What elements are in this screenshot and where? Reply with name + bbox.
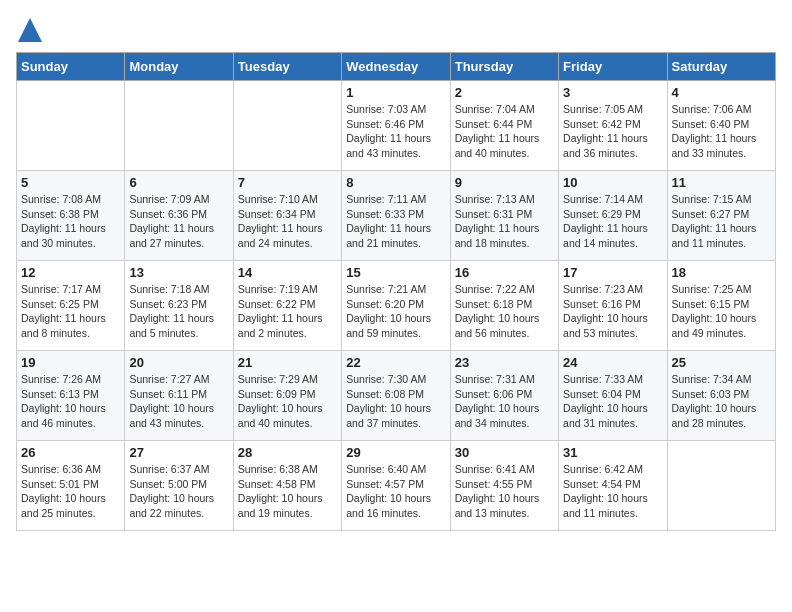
calendar-week-row: 12Sunrise: 7:17 AM Sunset: 6:25 PM Dayli… [17,261,776,351]
calendar-cell: 23Sunrise: 7:31 AM Sunset: 6:06 PM Dayli… [450,351,558,441]
calendar-cell: 20Sunrise: 7:27 AM Sunset: 6:11 PM Dayli… [125,351,233,441]
calendar-cell [125,81,233,171]
calendar-cell [233,81,341,171]
calendar-cell: 10Sunrise: 7:14 AM Sunset: 6:29 PM Dayli… [559,171,667,261]
day-number: 31 [563,445,662,460]
svg-marker-0 [18,18,42,42]
day-info: Sunrise: 7:14 AM Sunset: 6:29 PM Dayligh… [563,192,662,251]
calendar-cell: 22Sunrise: 7:30 AM Sunset: 6:08 PM Dayli… [342,351,450,441]
day-number: 6 [129,175,228,190]
calendar-cell: 13Sunrise: 7:18 AM Sunset: 6:23 PM Dayli… [125,261,233,351]
calendar-cell [17,81,125,171]
day-info: Sunrise: 7:34 AM Sunset: 6:03 PM Dayligh… [672,372,771,431]
day-number: 13 [129,265,228,280]
weekday-header-thursday: Thursday [450,53,558,81]
day-number: 14 [238,265,337,280]
day-number: 30 [455,445,554,460]
calendar-cell: 15Sunrise: 7:21 AM Sunset: 6:20 PM Dayli… [342,261,450,351]
page-header [16,16,776,44]
day-number: 28 [238,445,337,460]
day-number: 17 [563,265,662,280]
calendar-table: SundayMondayTuesdayWednesdayThursdayFrid… [16,52,776,531]
day-info: Sunrise: 6:41 AM Sunset: 4:55 PM Dayligh… [455,462,554,521]
day-number: 20 [129,355,228,370]
calendar-cell: 18Sunrise: 7:25 AM Sunset: 6:15 PM Dayli… [667,261,775,351]
day-info: Sunrise: 7:04 AM Sunset: 6:44 PM Dayligh… [455,102,554,161]
day-info: Sunrise: 7:11 AM Sunset: 6:33 PM Dayligh… [346,192,445,251]
day-info: Sunrise: 6:40 AM Sunset: 4:57 PM Dayligh… [346,462,445,521]
calendar-cell: 3Sunrise: 7:05 AM Sunset: 6:42 PM Daylig… [559,81,667,171]
day-number: 1 [346,85,445,100]
day-info: Sunrise: 7:10 AM Sunset: 6:34 PM Dayligh… [238,192,337,251]
day-info: Sunrise: 7:21 AM Sunset: 6:20 PM Dayligh… [346,282,445,341]
day-info: Sunrise: 7:19 AM Sunset: 6:22 PM Dayligh… [238,282,337,341]
day-number: 12 [21,265,120,280]
calendar-cell: 21Sunrise: 7:29 AM Sunset: 6:09 PM Dayli… [233,351,341,441]
day-number: 4 [672,85,771,100]
day-number: 16 [455,265,554,280]
calendar-cell: 5Sunrise: 7:08 AM Sunset: 6:38 PM Daylig… [17,171,125,261]
logo [16,16,48,44]
day-number: 7 [238,175,337,190]
calendar-cell: 28Sunrise: 6:38 AM Sunset: 4:58 PM Dayli… [233,441,341,531]
day-number: 26 [21,445,120,460]
calendar-cell: 12Sunrise: 7:17 AM Sunset: 6:25 PM Dayli… [17,261,125,351]
day-info: Sunrise: 7:08 AM Sunset: 6:38 PM Dayligh… [21,192,120,251]
day-number: 2 [455,85,554,100]
day-info: Sunrise: 7:26 AM Sunset: 6:13 PM Dayligh… [21,372,120,431]
day-info: Sunrise: 7:18 AM Sunset: 6:23 PM Dayligh… [129,282,228,341]
day-info: Sunrise: 7:29 AM Sunset: 6:09 PM Dayligh… [238,372,337,431]
calendar-cell: 19Sunrise: 7:26 AM Sunset: 6:13 PM Dayli… [17,351,125,441]
day-number: 15 [346,265,445,280]
weekday-header-saturday: Saturday [667,53,775,81]
calendar-cell [667,441,775,531]
day-info: Sunrise: 7:30 AM Sunset: 6:08 PM Dayligh… [346,372,445,431]
calendar-cell: 14Sunrise: 7:19 AM Sunset: 6:22 PM Dayli… [233,261,341,351]
logo-icon [16,16,44,44]
day-info: Sunrise: 7:31 AM Sunset: 6:06 PM Dayligh… [455,372,554,431]
day-info: Sunrise: 7:09 AM Sunset: 6:36 PM Dayligh… [129,192,228,251]
day-number: 24 [563,355,662,370]
day-number: 19 [21,355,120,370]
calendar-cell: 6Sunrise: 7:09 AM Sunset: 6:36 PM Daylig… [125,171,233,261]
day-info: Sunrise: 7:17 AM Sunset: 6:25 PM Dayligh… [21,282,120,341]
day-number: 21 [238,355,337,370]
day-number: 22 [346,355,445,370]
day-info: Sunrise: 6:42 AM Sunset: 4:54 PM Dayligh… [563,462,662,521]
day-info: Sunrise: 7:25 AM Sunset: 6:15 PM Dayligh… [672,282,771,341]
day-number: 3 [563,85,662,100]
calendar-cell: 4Sunrise: 7:06 AM Sunset: 6:40 PM Daylig… [667,81,775,171]
calendar-cell: 7Sunrise: 7:10 AM Sunset: 6:34 PM Daylig… [233,171,341,261]
day-info: Sunrise: 7:27 AM Sunset: 6:11 PM Dayligh… [129,372,228,431]
day-number: 27 [129,445,228,460]
calendar-cell: 8Sunrise: 7:11 AM Sunset: 6:33 PM Daylig… [342,171,450,261]
weekday-header-tuesday: Tuesday [233,53,341,81]
calendar-cell: 31Sunrise: 6:42 AM Sunset: 4:54 PM Dayli… [559,441,667,531]
calendar-cell: 25Sunrise: 7:34 AM Sunset: 6:03 PM Dayli… [667,351,775,441]
day-info: Sunrise: 7:05 AM Sunset: 6:42 PM Dayligh… [563,102,662,161]
weekday-header-friday: Friday [559,53,667,81]
day-info: Sunrise: 6:38 AM Sunset: 4:58 PM Dayligh… [238,462,337,521]
day-info: Sunrise: 6:37 AM Sunset: 5:00 PM Dayligh… [129,462,228,521]
day-info: Sunrise: 7:06 AM Sunset: 6:40 PM Dayligh… [672,102,771,161]
day-number: 25 [672,355,771,370]
calendar-cell: 24Sunrise: 7:33 AM Sunset: 6:04 PM Dayli… [559,351,667,441]
weekday-header-row: SundayMondayTuesdayWednesdayThursdayFrid… [17,53,776,81]
day-number: 29 [346,445,445,460]
calendar-cell: 9Sunrise: 7:13 AM Sunset: 6:31 PM Daylig… [450,171,558,261]
calendar-cell: 11Sunrise: 7:15 AM Sunset: 6:27 PM Dayli… [667,171,775,261]
day-number: 9 [455,175,554,190]
calendar-cell: 16Sunrise: 7:22 AM Sunset: 6:18 PM Dayli… [450,261,558,351]
day-number: 18 [672,265,771,280]
calendar-cell: 29Sunrise: 6:40 AM Sunset: 4:57 PM Dayli… [342,441,450,531]
day-number: 10 [563,175,662,190]
calendar-week-row: 5Sunrise: 7:08 AM Sunset: 6:38 PM Daylig… [17,171,776,261]
calendar-cell: 26Sunrise: 6:36 AM Sunset: 5:01 PM Dayli… [17,441,125,531]
calendar-week-row: 19Sunrise: 7:26 AM Sunset: 6:13 PM Dayli… [17,351,776,441]
day-number: 11 [672,175,771,190]
day-info: Sunrise: 7:33 AM Sunset: 6:04 PM Dayligh… [563,372,662,431]
day-info: Sunrise: 7:22 AM Sunset: 6:18 PM Dayligh… [455,282,554,341]
day-info: Sunrise: 7:23 AM Sunset: 6:16 PM Dayligh… [563,282,662,341]
weekday-header-monday: Monday [125,53,233,81]
day-number: 8 [346,175,445,190]
